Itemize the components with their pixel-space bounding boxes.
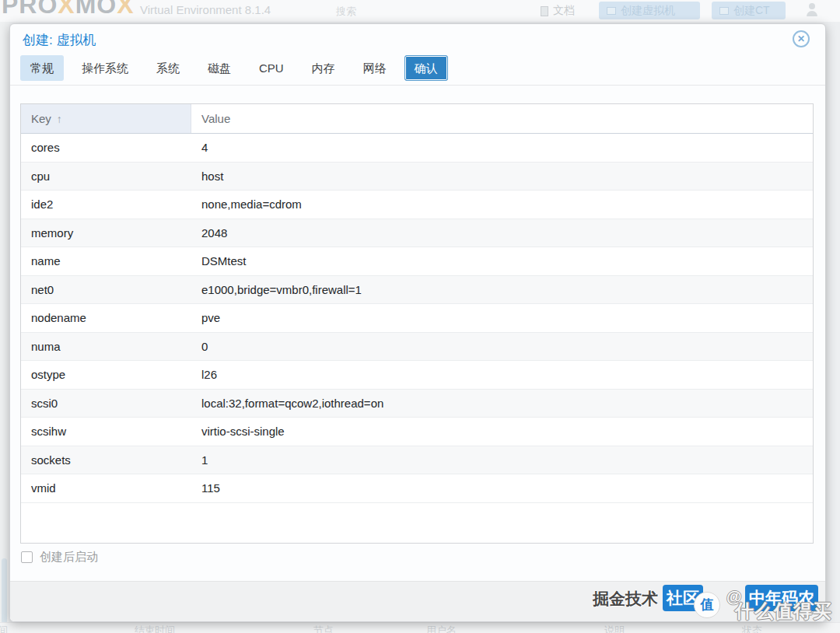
- key-cell: sockets: [21, 453, 191, 467]
- value-cell: host: [191, 170, 813, 183]
- background-task-columns: 开始时间结束时间节点用户名说明状态: [0, 622, 840, 633]
- value-cell: e1000,bridge=vmbr0,firewall=1: [191, 283, 813, 296]
- value-cell: 115: [191, 481, 813, 495]
- tab-network[interactable]: 网络: [353, 55, 397, 81]
- column-header-key[interactable]: Key ↑: [21, 104, 191, 133]
- monitor-icon: [607, 7, 616, 15]
- key-cell: nodename: [21, 311, 191, 324]
- user-icon: [805, 3, 819, 17]
- task-column-label: 节点: [313, 624, 334, 633]
- table-row[interactable]: sockets 1: [21, 446, 813, 475]
- dialog-footer: [10, 581, 825, 621]
- key-cell: ostype: [21, 368, 191, 381]
- key-cell: cpu: [21, 170, 191, 183]
- key-cell: net0: [21, 283, 191, 296]
- table-row[interactable]: scsihw virtio-scsi-single: [21, 418, 813, 446]
- sort-ascending-icon: ↑: [57, 113, 62, 125]
- table-row[interactable]: name DSMtest: [21, 247, 813, 276]
- column-header-value[interactable]: Value: [191, 104, 813, 133]
- column-key-label: Key: [31, 112, 51, 125]
- tab-separator: [10, 85, 825, 86]
- table-row[interactable]: ostype l26: [21, 361, 813, 390]
- value-cell: virtio-scsi-single: [191, 425, 813, 438]
- table-row[interactable]: memory 2048: [21, 219, 813, 248]
- table-body: cores 4 cpu host ide2 none,media=cdrom m…: [21, 134, 813, 543]
- tab-disks[interactable]: 磁盘: [198, 55, 241, 81]
- proxmox-logo: PROXMOX: [2, 0, 135, 19]
- create-vm-button: 创建虚拟机: [599, 2, 700, 19]
- value-cell: 2048: [191, 226, 813, 240]
- create-vm-dialog: 创建: 虚拟机 ✕ 常规操作系统系统磁盘CPU内存网络确认 Key ↑ Valu…: [9, 23, 826, 622]
- summary-table: Key ↑ Value cores 4 cpu host ide2 none,m…: [20, 103, 814, 544]
- start-after-created-checkbox[interactable]: 创建后启动: [21, 550, 98, 565]
- key-cell: scsi0: [21, 397, 191, 410]
- value-cell: DSMtest: [191, 254, 813, 268]
- document-icon: [541, 6, 548, 16]
- table-row[interactable]: nodename pve: [21, 304, 813, 333]
- start-after-created-label: 创建后启动: [40, 550, 98, 565]
- table-row[interactable]: vmid 115: [21, 474, 813, 503]
- table-row[interactable]: numa 0: [21, 333, 813, 362]
- dialog-title: 创建: 虚拟机: [23, 31, 96, 49]
- value-cell: none,media=cdrom: [191, 198, 813, 211]
- key-cell: numa: [21, 340, 191, 353]
- logo-x-icon: X: [58, 0, 75, 19]
- task-column-label: 结束时间: [135, 624, 175, 633]
- task-column-label: 开始时间: [0, 624, 8, 633]
- value-cell: 0: [191, 340, 813, 353]
- key-cell: name: [21, 254, 191, 268]
- key-cell: memory: [21, 226, 191, 240]
- tab-cpu[interactable]: CPU: [249, 55, 294, 81]
- tab-memory[interactable]: 内存: [302, 55, 345, 81]
- key-cell: cores: [21, 141, 191, 154]
- tab-system[interactable]: 系统: [146, 55, 190, 81]
- create-ct-button: 创建CT: [712, 2, 786, 19]
- key-cell: ide2: [21, 198, 191, 211]
- logo-x-icon: X: [117, 0, 134, 19]
- table-row[interactable]: cpu host: [21, 163, 813, 191]
- table-row[interactable]: ide2 none,media=cdrom: [21, 191, 813, 219]
- task-column-label: 状态: [742, 624, 762, 633]
- top-bar: PROXMOX Virtual Environment 8.1.4 搜索 文档 …: [0, 0, 840, 22]
- version-text: Virtual Environment 8.1.4: [140, 3, 271, 16]
- column-value-label: Value: [201, 112, 230, 125]
- cube-icon: [719, 7, 729, 15]
- checkbox-icon: [21, 551, 33, 563]
- task-column-label: 用户名: [426, 624, 457, 633]
- value-cell: pve: [191, 311, 813, 324]
- table-row[interactable]: net0 e1000,bridge=vmbr0,firewall=1: [21, 276, 813, 305]
- background-left-panel: [0, 22, 9, 633]
- wizard-tab-bar: 常规操作系统系统磁盘CPU内存网络确认: [20, 55, 448, 81]
- table-row[interactable]: cores 4: [21, 134, 813, 163]
- table-row[interactable]: scsi0 local:32,format=qcow2,iothread=on: [21, 390, 813, 418]
- close-button[interactable]: ✕: [793, 30, 810, 47]
- close-icon: ✕: [797, 33, 805, 44]
- tab-general[interactable]: 常规: [20, 55, 64, 81]
- tab-confirm[interactable]: 确认: [404, 55, 448, 81]
- documentation-button: 文档: [541, 4, 575, 18]
- task-column-label: 说明: [604, 624, 625, 633]
- value-cell: local:32,format=qcow2,iothread=on: [191, 397, 813, 410]
- search-label: 搜索: [336, 5, 356, 19]
- tab-os[interactable]: 操作系统: [72, 55, 138, 81]
- value-cell: 1: [191, 453, 813, 467]
- key-cell: scsihw: [21, 425, 191, 438]
- value-cell: 4: [191, 141, 813, 154]
- table-header-row: Key ↑ Value: [21, 104, 813, 134]
- value-cell: l26: [191, 368, 813, 381]
- background-scrollbar: [2, 558, 7, 633]
- key-cell: vmid: [21, 481, 191, 495]
